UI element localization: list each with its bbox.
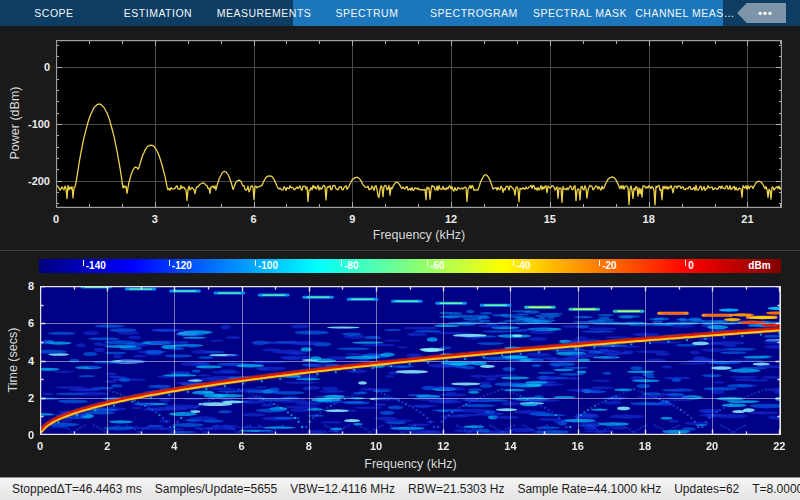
spectrum-x-tick-label: 9 — [335, 213, 369, 225]
spectrogram-x-tick-label: 14 — [493, 440, 527, 452]
colorbar: -140-120-100-80-60-40-200dBm — [39, 259, 781, 273]
spectrum-analyzer-window: SCOPE ESTIMATION MEASUREMENTS SPECTRUM S… — [0, 0, 800, 500]
spectrogram-y-tick-label: 0 — [0, 429, 34, 441]
spectrogram-x-tick-label: 4 — [157, 440, 191, 452]
status-field: ΔT=46.4463 ms — [57, 482, 142, 496]
toolstrip-tabbar: SCOPE ESTIMATION MEASUREMENTS SPECTRUM S… — [0, 0, 800, 26]
status-state: Stopped — [12, 482, 57, 496]
status-field: RBW=21.5303 Hz — [408, 482, 504, 496]
spectrum-x-tick-label: 12 — [434, 213, 468, 225]
spectrum-x-axis-label: Frequency (kHz) — [56, 228, 782, 242]
spectrogram-x-tick-label: 0 — [23, 440, 57, 452]
spectrogram-y-tick-label: 4 — [0, 355, 34, 367]
colorbar-tick-label: -60 — [427, 260, 444, 271]
spectrogram-x-axis-label: Frequency (kHz) — [40, 457, 781, 471]
spectrum-y-tick-label: -100 — [14, 118, 50, 130]
spectrum-x-tick-label: 15 — [533, 213, 567, 225]
spectrum-x-tick-label: 0 — [39, 213, 73, 225]
colorbar-tick-label: -140 — [83, 260, 106, 271]
spectrogram-y-tick-label: 8 — [0, 280, 34, 292]
spectrogram-x-tick-label: 20 — [695, 440, 729, 452]
status-field: T=8.0000 — [752, 482, 800, 496]
colorbar-tick-label: -100 — [255, 260, 278, 271]
spectrum-x-tick-label: 6 — [237, 213, 271, 225]
spectrogram-y-tick-label: 2 — [0, 392, 34, 404]
spectrogram-x-tick-label: 8 — [292, 440, 326, 452]
spectrum-plot-area[interactable] — [56, 40, 782, 208]
spectrum-x-tick-label: 18 — [632, 213, 666, 225]
spectrum-figure: Power (dBm) Frequency (kHz) 036912151821… — [0, 26, 800, 250]
status-bar: Stopped ΔT=46.4463 msSamples/Update=5655… — [0, 477, 800, 500]
status-field: VBW=12.4116 MHz — [290, 482, 395, 496]
colorbar-tick-label: -40 — [513, 260, 530, 271]
tab-spectrum[interactable]: SPECTRUM — [328, 0, 406, 26]
tab-scope[interactable]: SCOPE — [20, 0, 88, 26]
tab-spectral-mask[interactable]: SPECTRAL MASK — [531, 0, 629, 26]
spectrogram-x-tick-label: 16 — [561, 440, 595, 452]
spectrogram-figure: -140-120-100-80-60-40-200dBm Time (secs)… — [0, 250, 800, 477]
toolstrip-overflow-button[interactable]: ••• — [737, 3, 786, 23]
status-field: Sample Rate=44.1000 kHz — [517, 482, 661, 496]
tab-channel-measurements[interactable]: CHANNEL MEAS… — [632, 0, 738, 26]
colorbar-tick-label: -120 — [169, 260, 192, 271]
spectrogram-x-tick-label: 18 — [628, 440, 662, 452]
spectrogram-plot-area[interactable] — [40, 286, 781, 435]
tab-measurements[interactable]: MEASUREMENTS — [210, 0, 318, 26]
tab-estimation[interactable]: ESTIMATION — [112, 0, 204, 26]
status-field: Samples/Update=5655 — [155, 482, 277, 496]
tab-spectrogram[interactable]: SPECTROGRAM — [425, 0, 523, 26]
spectrogram-y-tick-label: 6 — [0, 317, 34, 329]
spectrogram-x-tick-label: 12 — [426, 440, 460, 452]
colorbar-tick-label: -20 — [599, 260, 616, 271]
spectrogram-x-tick-label: 2 — [90, 440, 124, 452]
spectrum-y-tick-label: -200 — [14, 175, 50, 187]
spectrum-x-tick-label: 3 — [138, 213, 172, 225]
status-field: Updates=62 — [674, 482, 739, 496]
spectrogram-x-tick-label: 10 — [359, 440, 393, 452]
spectrogram-x-tick-label: 22 — [762, 440, 796, 452]
spectrum-x-tick-label: 21 — [730, 213, 764, 225]
status-fields: ΔT=46.4463 msSamples/Update=5655VBW=12.4… — [57, 482, 800, 496]
colorbar-tick-label: -80 — [341, 260, 358, 271]
colorbar-tick-label: 0 — [685, 260, 694, 271]
spectrum-y-tick-label: 0 — [14, 61, 50, 73]
colorbar-unit-label: dBm — [748, 260, 770, 271]
spectrogram-x-tick-label: 6 — [225, 440, 259, 452]
